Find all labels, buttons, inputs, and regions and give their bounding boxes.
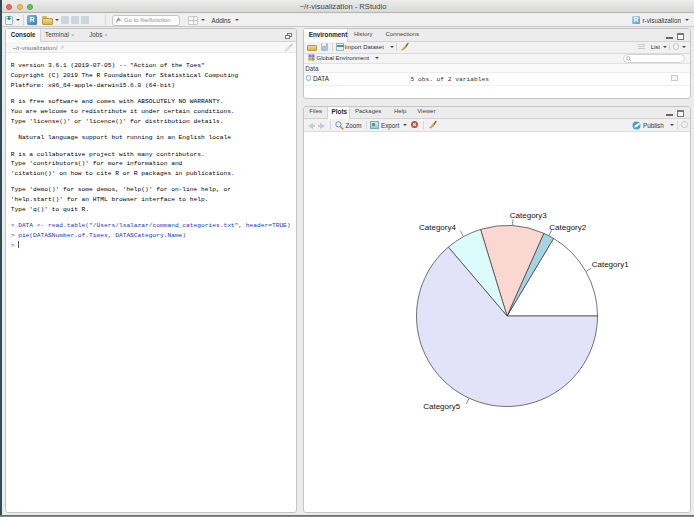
svg-text:Category4: Category4: [419, 223, 456, 232]
svg-text:Category5: Category5: [423, 402, 460, 411]
svg-text:Category3: Category3: [509, 211, 546, 220]
svg-text:Category1: Category1: [591, 260, 628, 269]
svg-text:Category2: Category2: [549, 223, 586, 232]
